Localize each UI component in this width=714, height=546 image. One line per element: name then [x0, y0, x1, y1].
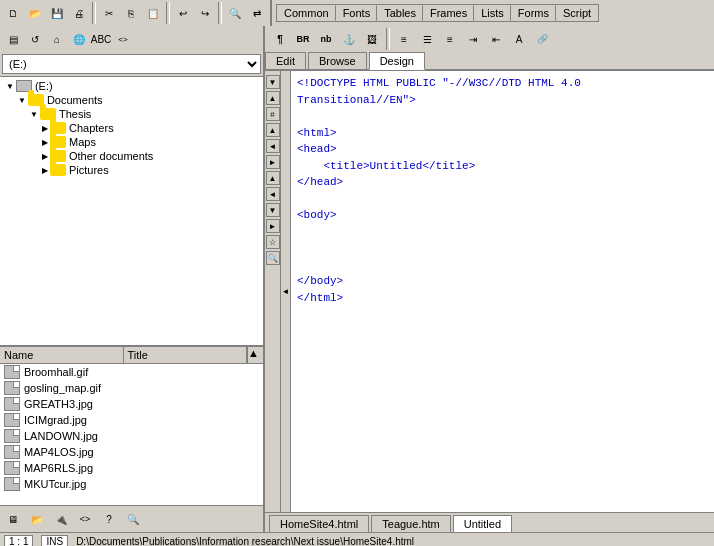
save-button[interactable]: 💾 [46, 2, 68, 24]
tab-fonts[interactable]: Fonts [336, 5, 378, 21]
bottom-tab-untitled[interactable]: Untitled [453, 515, 512, 532]
cut-button[interactable]: ✂ [98, 2, 120, 24]
browser-button[interactable]: 🌐 [68, 28, 90, 50]
copy-button[interactable]: ⎘ [120, 2, 142, 24]
drive-dropdown[interactable]: (E:) [2, 54, 261, 74]
list-item[interactable]: MKUTcur.jpg [0, 476, 263, 492]
tree-item-other-documents[interactable]: ▶ Other documents [2, 149, 261, 163]
tree-item-thesis[interactable]: ▼ Thesis [2, 107, 261, 121]
file-thumb-icon [4, 413, 20, 427]
collapse-arrow-thesis: ▼ [30, 110, 38, 119]
arrow-btn-2[interactable]: ▲ [266, 91, 280, 105]
collapse-handle[interactable]: ◄ [281, 71, 291, 512]
link-button[interactable]: 🔗 [531, 28, 553, 50]
tree-item-drive[interactable]: ▼ (E:) [2, 79, 261, 93]
new-button[interactable]: 🗋 [2, 2, 24, 24]
bottom-tab-bar: HomeSite4.html Teague.htm Untitled [265, 512, 714, 532]
open-button[interactable]: 📂 [24, 2, 46, 24]
arrow-btn-10[interactable]: ► [266, 219, 280, 233]
list-item[interactable]: LANDOWN.jpg [0, 428, 263, 444]
sidebar-toggle-button[interactable]: ▤ [2, 28, 24, 50]
help-button[interactable]: ? [98, 508, 120, 530]
tab-browse[interactable]: Browse [308, 52, 367, 69]
toolbar-btn-group-2: ▤ ↺ ⌂ 🌐 ABC <> [2, 28, 134, 50]
color-button[interactable]: A [508, 28, 530, 50]
code-line-5: <head> [297, 141, 708, 158]
list-item[interactable]: MAP4LOS.jpg [0, 444, 263, 460]
arrow-btn-1[interactable]: ▼ [266, 75, 280, 89]
image-button[interactable]: 🖼 [361, 28, 383, 50]
refresh-button[interactable]: ↺ [24, 28, 46, 50]
editor-tab-bar: Edit Browse Design [265, 52, 714, 71]
tag-button[interactable]: <> [112, 28, 134, 50]
undo-button[interactable]: ↩ [172, 2, 194, 24]
anchor-button[interactable]: ⚓ [338, 28, 360, 50]
code-editor[interactable]: <!DOCTYPE HTML PUBLIC "-//W3C//DTD HTML … [291, 71, 714, 512]
tab-common[interactable]: Common [277, 5, 336, 21]
file-thumb-icon [4, 365, 20, 379]
home-icon: ⌂ [54, 34, 60, 45]
print-button[interactable]: 🖨 [68, 2, 90, 24]
find-icon: 🔍 [229, 8, 241, 19]
tab-lists[interactable]: Lists [474, 5, 511, 21]
list-item[interactable]: ICIMgrad.jpg [0, 412, 263, 428]
open-icon: 📂 [29, 8, 41, 19]
outdent-button[interactable]: ⇤ [485, 28, 507, 50]
cut-icon: ✂ [105, 8, 113, 19]
arrow-btn-11[interactable]: ☆ [266, 235, 280, 249]
left-panel: (E:) ▼ (E:) ▼ Documents ▼ Thesis [0, 52, 265, 532]
tab-frames[interactable]: Frames [423, 5, 474, 21]
list-item[interactable]: GREATH3.jpg [0, 396, 263, 412]
arrow-btn-12[interactable]: 🔍 [266, 251, 280, 265]
monitor-button[interactable]: 🖥 [2, 508, 24, 530]
tag2-button[interactable]: <> [74, 508, 96, 530]
collapse-arrow-other: ▶ [42, 152, 48, 161]
paste-icon: 📋 [147, 8, 159, 19]
tree-item-maps[interactable]: ▶ Maps [2, 135, 261, 149]
list-item[interactable]: Broomhall.gif [0, 364, 263, 380]
tree-item-chapters[interactable]: ▶ Chapters [2, 121, 261, 135]
tab-edit[interactable]: Edit [265, 52, 306, 69]
find-button[interactable]: 🔍 [224, 2, 246, 24]
home-button[interactable]: ⌂ [46, 28, 68, 50]
tree-item-pictures[interactable]: ▶ Pictures [2, 163, 261, 177]
list-item[interactable]: gosling_map.gif [0, 380, 263, 396]
print-icon: 🖨 [74, 8, 84, 19]
align-right-button[interactable]: ≡ [439, 28, 461, 50]
br-button[interactable]: BR [292, 28, 314, 50]
tree-label-drive: (E:) [35, 80, 53, 92]
save-icon: 💾 [51, 8, 63, 19]
arrow-btn-7[interactable]: ▲ [266, 171, 280, 185]
replace-button[interactable]: ⇄ [246, 2, 268, 24]
paste-button[interactable]: 📋 [142, 2, 164, 24]
tab-script[interactable]: Script [556, 5, 598, 21]
indent-button[interactable]: ⇥ [462, 28, 484, 50]
search-button[interactable]: 🔍 [122, 508, 144, 530]
nb-button[interactable]: nb [315, 28, 337, 50]
arrow-btn-8[interactable]: ◄ [266, 187, 280, 201]
bottom-tab-teague[interactable]: Teague.htm [371, 515, 450, 532]
spell-button[interactable]: ABC [90, 28, 112, 50]
align-center-button[interactable]: ☰ [416, 28, 438, 50]
tree-label-pictures: Pictures [69, 164, 109, 176]
folder-open-button[interactable]: 📂 [26, 508, 48, 530]
arrow-btn-3[interactable]: # [266, 107, 280, 121]
arrow-btn-9[interactable]: ▼ [266, 203, 280, 217]
redo-button[interactable]: ↪ [194, 2, 216, 24]
bottom-tab-homesite[interactable]: HomeSite4.html [269, 515, 369, 532]
code-line-8 [297, 191, 708, 208]
tab-forms[interactable]: Forms [511, 5, 556, 21]
tree-label-other-documents: Other documents [69, 150, 153, 162]
pilcrow-button[interactable]: ¶ [269, 28, 291, 50]
tab-tables[interactable]: Tables [377, 5, 423, 21]
arrow-btn-6[interactable]: ► [266, 155, 280, 169]
arrow-btn-4[interactable]: ▲ [266, 123, 280, 137]
connection-button[interactable]: 🔌 [50, 508, 72, 530]
arrow-btn-5[interactable]: ◄ [266, 139, 280, 153]
file-name: MKUTcur.jpg [24, 478, 86, 490]
align-left-button[interactable]: ≡ [393, 28, 415, 50]
tab-design[interactable]: Design [369, 52, 425, 70]
file-thumb-icon [4, 477, 20, 491]
sort-arrow-button[interactable]: ▲ [247, 347, 263, 363]
list-item[interactable]: MAP6RLS.jpg [0, 460, 263, 476]
